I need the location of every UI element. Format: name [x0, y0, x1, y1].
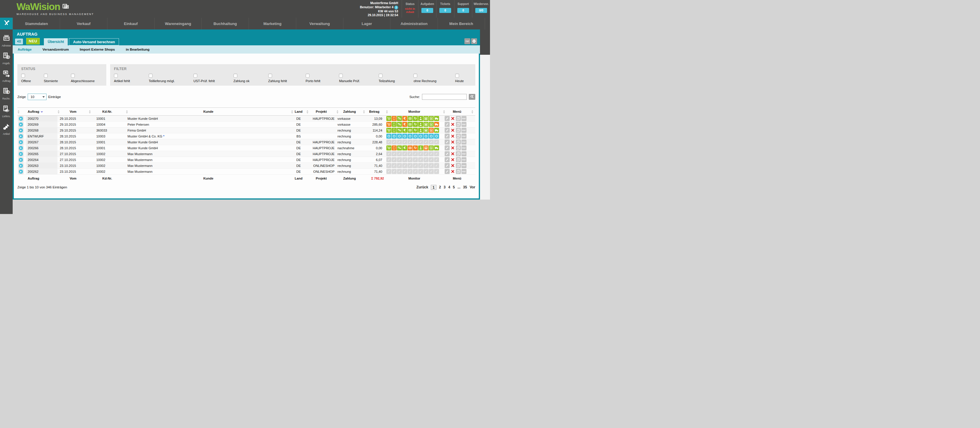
expand-order-button[interactable]: ▶ [18, 151, 24, 157]
copy-icon[interactable] [456, 169, 461, 174]
check-icon[interactable]: ✓ [391, 151, 397, 156]
nav-item-mein-bereich[interactable]: Mein Bereich [438, 18, 485, 29]
check-icon[interactable]: ✓ [418, 157, 423, 162]
dollar-icon[interactable]: $ [429, 145, 434, 150]
cart-icon[interactable] [387, 128, 391, 133]
nav-item-marketing[interactable]: Marketing [248, 18, 296, 29]
subtab-in-bearbeitung[interactable]: in Bearbeitung [126, 48, 150, 51]
ring-icon[interactable] [407, 134, 412, 138]
ring-icon[interactable] [418, 134, 423, 138]
check-icon[interactable]: ✓ [407, 140, 412, 145]
check-icon[interactable]: ✓ [402, 151, 407, 156]
checkbox-stornierte[interactable] [44, 73, 48, 78]
check-icon[interactable]: ✓ [434, 151, 439, 156]
edit-icon[interactable] [445, 151, 450, 156]
copy-icon[interactable] [456, 157, 461, 162]
calendar-icon[interactable] [423, 128, 428, 133]
filter-zahlung-ok[interactable]: Zahlung ok [234, 73, 250, 83]
expand-order-button[interactable]: ▶ [18, 157, 24, 162]
column-header-auftrag[interactable]: Auftrag [26, 108, 57, 116]
ring-icon[interactable] [434, 134, 439, 138]
column-header-projekt[interactable]: Projekt [306, 108, 336, 116]
filter-ust-pruef[interactable]: UST-Prüf. fehlt [194, 73, 215, 83]
filter-stornierte[interactable]: Stornierte [44, 73, 58, 83]
check-icon[interactable]: ✓ [387, 163, 391, 168]
check-icon[interactable]: ✓ [387, 169, 391, 174]
copy-icon[interactable] [456, 122, 461, 127]
check-icon[interactable]: ✓ [413, 151, 418, 156]
tickets-count-badge[interactable]: 0 [439, 8, 451, 13]
ring-icon[interactable] [423, 134, 428, 138]
person-icon[interactable] [418, 128, 423, 133]
tab-uebersicht[interactable]: Übersicht [44, 38, 68, 45]
euro-icon[interactable]: € [402, 128, 407, 133]
check-icon[interactable]: ✓ [429, 151, 434, 156]
checkbox-teilzahlung[interactable] [379, 73, 382, 78]
nav-item-verkauf[interactable]: Verkauf [60, 18, 107, 29]
card-icon[interactable] [407, 145, 412, 150]
delete-icon[interactable] [450, 134, 455, 138]
pagination-page-2[interactable]: 2 [439, 185, 441, 189]
copy-icon[interactable] [456, 163, 461, 168]
nav-item-buchhaltung[interactable]: Buchhaltung [201, 18, 248, 29]
print-button[interactable] [471, 38, 477, 44]
sidebar-item-rechnung[interactable]: € Rechn. [0, 88, 13, 100]
expand-order-button[interactable]: ▶ [18, 145, 24, 151]
refresh-icon[interactable]: ↻ [413, 145, 418, 150]
person-icon[interactable] [418, 116, 423, 121]
check-icon[interactable]: ✓ [413, 169, 418, 174]
check-icon[interactable]: ✓ [418, 169, 423, 174]
card-icon[interactable] [407, 122, 412, 127]
nav-item-administration[interactable]: Administration [390, 18, 437, 29]
delete-icon[interactable] [450, 145, 455, 150]
edit-icon[interactable] [445, 122, 450, 127]
calendar-icon[interactable] [423, 122, 428, 127]
nav-item-einkauf[interactable]: Einkauf [107, 18, 154, 29]
truck-icon[interactable] [434, 116, 439, 121]
copy-icon[interactable] [456, 128, 461, 133]
filter-artikel-fehlt[interactable]: Artikel fehlt [114, 73, 130, 83]
check-icon[interactable]: ✓ [397, 157, 402, 162]
filter-teillieferung[interactable]: Teillieferung mögl. [149, 73, 175, 83]
check-icon[interactable]: ✓ [391, 157, 397, 162]
person-icon[interactable] [418, 145, 423, 150]
cart-icon[interactable] [387, 122, 391, 127]
ring-icon[interactable] [397, 134, 402, 138]
euro-icon[interactable]: € [402, 122, 407, 127]
check-icon[interactable]: ✓ [402, 169, 407, 174]
check-icon[interactable]: ✓ [418, 140, 423, 145]
filter-manuelle-pruef[interactable]: Manuelle Prüf. [339, 73, 360, 83]
check-icon[interactable]: ✓ [413, 163, 418, 168]
checkbox-zahlung-fehlt[interactable] [268, 73, 272, 78]
truck-icon[interactable] [434, 122, 439, 127]
stamp-icon[interactable] [391, 116, 397, 121]
percent-icon[interactable]: % [397, 122, 402, 127]
sort-arrows[interactable] [363, 110, 365, 114]
pdf-icon[interactable]: PDF [461, 128, 466, 133]
expand-order-button[interactable]: ▶ [18, 134, 24, 139]
copy-icon[interactable] [456, 134, 461, 138]
check-icon[interactable]: ✓ [434, 157, 439, 162]
column-header-zahlung[interactable]: Zahlung [336, 108, 363, 116]
sort-arrows[interactable] [18, 110, 19, 114]
truck-icon[interactable] [434, 145, 439, 150]
pdf-icon[interactable]: PDF [461, 116, 466, 121]
column-header-betrag[interactable]: Betrag [363, 108, 386, 116]
copy-icon[interactable] [456, 116, 461, 121]
check-icon[interactable]: ✓ [418, 151, 423, 156]
stamp-icon[interactable] [391, 122, 397, 127]
sidebar-item-artikel[interactable]: Artikel [0, 123, 13, 135]
checkbox-porto-fehlt[interactable] [305, 73, 310, 78]
edit-icon[interactable] [445, 128, 450, 133]
check-icon[interactable]: ✓ [407, 163, 412, 168]
delete-icon[interactable] [450, 122, 455, 127]
support-count-badge[interactable]: 0 [457, 8, 469, 13]
app-logo[interactable]: WaWision WAREHOUSE AND BUSINESS MANAGEME… [16, 2, 94, 16]
sort-arrows[interactable] [386, 110, 388, 114]
expand-order-button[interactable]: ▶ [18, 140, 24, 145]
check-icon[interactable]: ✓ [434, 163, 439, 168]
truck-icon[interactable] [434, 128, 439, 133]
txt-export-button[interactable]: TXT [465, 38, 470, 44]
pdf-icon[interactable]: PDF [461, 163, 466, 168]
check-icon[interactable]: ✓ [407, 151, 412, 156]
